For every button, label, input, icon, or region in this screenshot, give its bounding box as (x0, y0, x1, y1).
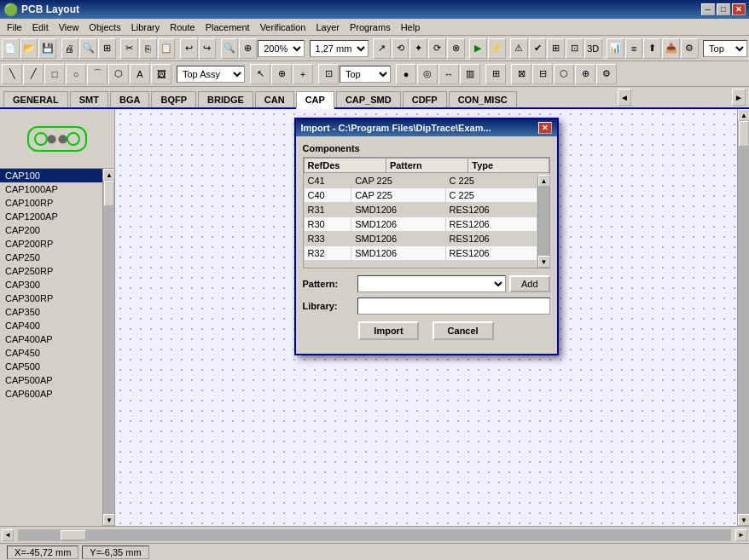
horizontal-scrollbar[interactable] (18, 529, 731, 541)
menu-item-library[interactable]: Library (126, 20, 165, 34)
play-button[interactable]: ▶ (469, 38, 487, 59)
tab-cap_smd[interactable]: CAP_SMD (336, 91, 401, 107)
tab-cdfp[interactable]: CDFP (403, 91, 447, 107)
table-row[interactable]: R31SMD1206RES1206 (304, 203, 537, 217)
component-item-cap200[interactable]: CAP200 (0, 223, 102, 237)
circle-btn[interactable]: ○ (66, 64, 86, 84)
scroll-down-button[interactable]: ▼ (103, 514, 114, 526)
route-btn5[interactable]: ⊗ (447, 38, 465, 59)
highlight-btn[interactable]: ◎ (417, 64, 438, 84)
tab-cap[interactable]: CAP (296, 91, 334, 109)
tools-btn1[interactable]: ⊞ (547, 38, 565, 59)
route-btn4[interactable]: ⟳ (428, 38, 446, 59)
stats-btn[interactable]: 📊 (607, 38, 624, 59)
zoom-out-btn[interactable]: 🔍 (221, 38, 239, 59)
text-btn[interactable]: A (130, 64, 150, 84)
maximize-button[interactable]: □ (717, 3, 730, 15)
component-item-cap200rp[interactable]: CAP200RP (0, 237, 102, 251)
autoroute-btn[interactable]: ⚡ (488, 38, 506, 59)
table-scroll-up[interactable]: ▲ (538, 175, 550, 187)
route-btn2[interactable]: ⟲ (392, 38, 409, 59)
select-btn[interactable]: ╲ (2, 64, 22, 84)
verify-btn[interactable]: ✔ (529, 38, 547, 59)
zoom-in-button[interactable]: 🔍 (79, 38, 97, 59)
h-scroll-left[interactable]: ◄ (2, 529, 14, 541)
spread-btn3[interactable]: ⬡ (554, 64, 574, 84)
drc-btn[interactable]: ⚠ (510, 38, 528, 59)
measure-btn[interactable]: ↔ (438, 64, 459, 84)
add-button[interactable]: Add (509, 275, 550, 292)
component-item-cap450[interactable]: CAP450 (0, 346, 102, 360)
tab-bga[interactable]: BGA (110, 91, 149, 107)
route-btn1[interactable]: ↗ (373, 38, 391, 59)
menu-item-route[interactable]: Route (165, 20, 200, 34)
add-comp-btn[interactable]: + (293, 64, 313, 84)
right-scroll-down[interactable]: ▼ (738, 514, 749, 526)
settings-btn2[interactable]: ⚙ (596, 64, 617, 84)
spread-btn4[interactable]: ⊕ (575, 64, 595, 84)
component-item-cap350[interactable]: CAP350 (0, 305, 102, 319)
poly-btn[interactable]: ⬡ (108, 64, 129, 84)
line-btn[interactable]: ╱ (23, 64, 44, 84)
cancel-button[interactable]: Cancel (433, 321, 494, 340)
component-item-cap500[interactable]: CAP500 (0, 360, 102, 373)
rect-btn[interactable]: □ (44, 64, 65, 84)
h-scroll-right[interactable]: ► (735, 529, 747, 541)
cut-button[interactable]: ✂ (120, 38, 138, 59)
table-row[interactable]: R32SMD1206RES1206 (304, 246, 537, 261)
component-item-cap300[interactable]: CAP300 (0, 278, 102, 292)
grid-select[interactable]: 1,27 mm (310, 40, 369, 57)
tab-bridge[interactable]: BRIDGE (198, 91, 253, 107)
spread-btn2[interactable]: ⊟ (532, 64, 553, 84)
component-item-cap250rp[interactable]: CAP250RP (0, 264, 102, 278)
table-row[interactable]: C40CAP 225C 225 (304, 188, 537, 203)
table-row[interactable]: R30SMD1206RES1206 (304, 217, 537, 232)
table-row[interactable]: C41CAP 225C 225 (304, 174, 537, 188)
canvas-area[interactable]: Import - C:\Program Files\DipTrace\Exam.… (115, 109, 737, 526)
spread-btn1[interactable]: ⊠ (511, 64, 531, 84)
new-button[interactable]: 📄 (2, 38, 20, 59)
toolbar-btn5[interactable]: ⊞ (98, 38, 116, 59)
tab-smt[interactable]: SMT (70, 91, 108, 107)
menu-item-view[interactable]: View (54, 20, 84, 34)
undo-button[interactable]: ↩ (180, 38, 198, 59)
menu-item-verification[interactable]: Verification (255, 20, 311, 34)
component-item-cap300rp[interactable]: CAP300RP (0, 292, 102, 305)
close-button[interactable]: ✕ (732, 3, 746, 15)
ratsnest-btn[interactable]: ● (396, 64, 416, 84)
component-item-cap400[interactable]: CAP400 (0, 319, 102, 332)
cursor-btn[interactable]: ↖ (250, 64, 270, 84)
menu-item-layer[interactable]: Layer (311, 20, 345, 34)
view-select[interactable]: Top Assy (177, 66, 245, 83)
open-button[interactable]: 📂 (20, 38, 38, 59)
import-button[interactable]: Import (358, 321, 418, 340)
component-item-cap1000ap[interactable]: CAP1000AP (0, 182, 102, 196)
menu-item-placement[interactable]: Placement (200, 20, 255, 34)
table-btn[interactable]: ⊞ (485, 64, 506, 84)
pattern-select[interactable] (357, 275, 506, 292)
tools-btn2[interactable]: ⊡ (566, 38, 584, 59)
h-scroll-thumb[interactable] (61, 530, 86, 540)
table-scroll-down[interactable]: ▼ (538, 256, 550, 268)
menu-item-help[interactable]: Help (396, 20, 426, 34)
component-item-cap500ap[interactable]: CAP500AP (0, 373, 102, 387)
3d-btn[interactable]: 3D (584, 38, 602, 59)
component-item-cap250[interactable]: CAP250 (0, 251, 102, 264)
tab-can[interactable]: CAN (255, 91, 294, 107)
tab-general[interactable]: GENERAL (3, 91, 68, 107)
zoom-area-btn[interactable]: ⊕ (239, 38, 257, 59)
netlist-btn[interactable]: ≡ (625, 38, 643, 59)
scroll-thumb[interactable] (104, 181, 114, 206)
menu-item-objects[interactable]: Objects (84, 20, 125, 34)
tab-con_misc[interactable]: CON_MISC (449, 91, 517, 107)
fill-btn[interactable]: ▥ (460, 64, 480, 84)
component-item-cap1200ap[interactable]: CAP1200AP (0, 210, 102, 223)
print-button[interactable]: 🖨 (61, 38, 79, 59)
redo-button[interactable]: ↪ (199, 38, 217, 59)
scroll-up-button[interactable]: ▲ (103, 169, 114, 181)
route-btn3[interactable]: ✦ (409, 38, 427, 59)
copy-button[interactable]: ⎘ (139, 38, 157, 59)
tab-prev-button[interactable]: ◄ (618, 89, 631, 106)
paste-button[interactable]: 📋 (158, 38, 176, 59)
right-scroll-thumb[interactable] (739, 121, 749, 147)
